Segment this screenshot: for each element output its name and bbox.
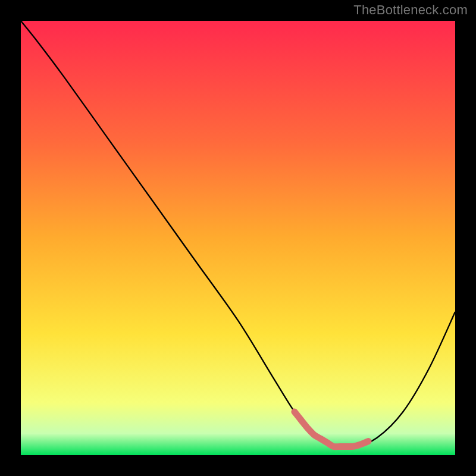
- bottleneck-chart: [21, 21, 455, 455]
- gradient-background: [21, 21, 455, 455]
- watermark: TheBottleneck.com: [353, 2, 468, 18]
- chart-container: TheBottleneck.com: [0, 0, 476, 476]
